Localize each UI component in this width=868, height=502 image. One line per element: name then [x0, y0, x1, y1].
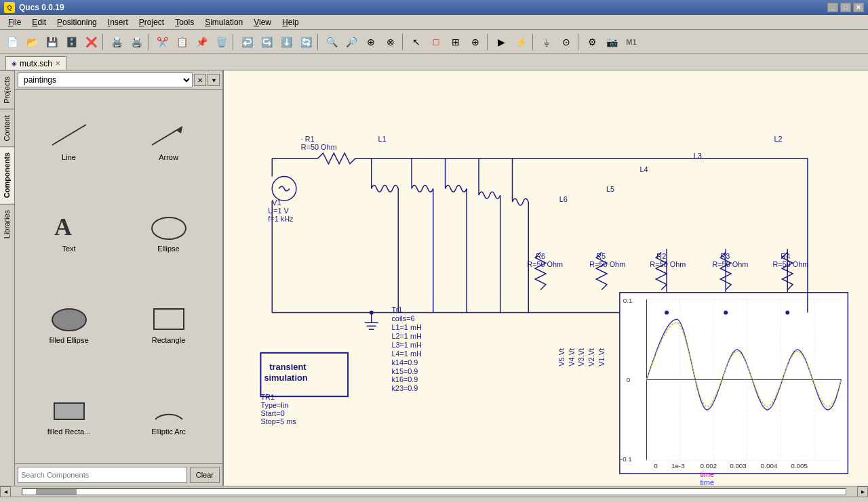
separator-3 [233, 34, 235, 50]
svg-text:0.002: 0.002 [701, 462, 717, 469]
component-ellipse[interactable]: Ellipse [120, 187, 217, 276]
copy-button[interactable]: 📋 [172, 33, 191, 51]
rotate-button[interactable]: 🔄 [296, 33, 315, 51]
align-button[interactable]: ⬇️ [277, 33, 296, 51]
simulate-button[interactable]: ▶ [492, 33, 511, 51]
scrollbar-track[interactable] [22, 488, 846, 495]
component-text[interactable]: A Text [20, 187, 117, 276]
component-line[interactable]: Line [20, 96, 117, 184]
svg-point-5 [52, 309, 86, 331]
scroll-right-button[interactable]: ▸ [857, 486, 868, 497]
svg-text:L5: L5 [606, 185, 614, 193]
cut-button[interactable]: ✂️ [153, 33, 172, 51]
select-button[interactable]: ↖ [407, 33, 426, 51]
tab-libraries[interactable]: Libraries [0, 204, 14, 244]
canvas-area[interactable]: V1 U=1 V f=1 kHz · R1 R=50 Ohm L1 L2 L3 … [224, 70, 868, 486]
close-button[interactable]: ✕ [853, 3, 864, 12]
search-input[interactable] [18, 467, 187, 483]
component-arrow-label: Arrow [159, 153, 178, 161]
zoom-fit-button[interactable]: ⊕ [361, 33, 380, 51]
paste-button[interactable]: 📌 [192, 33, 211, 51]
undo-button[interactable]: ↩️ [237, 33, 256, 51]
separator-7 [532, 34, 535, 50]
pin-button[interactable]: ✕ [194, 74, 206, 86]
svg-text:TR1: TR1 [260, 393, 275, 401]
print-setup-button[interactable]: 🖨️ [107, 33, 126, 51]
sidebar-footer: Clear [15, 463, 222, 486]
left-tabs-panel: Projects Content Components Libraries [0, 70, 15, 486]
component-elliptic-arc[interactable]: Elliptic Arc [120, 369, 217, 458]
menu-help[interactable]: Help [277, 16, 304, 28]
menu-simulation[interactable]: Simulation [199, 16, 248, 28]
svg-point-89 [785, 310, 789, 314]
save-button[interactable]: 💾 [42, 33, 61, 51]
main-area: Projects Content Components Libraries pa… [0, 70, 868, 486]
scrollbar-thumb[interactable] [36, 489, 77, 495]
svg-text:0: 0 [627, 376, 631, 383]
horizontal-scrollbar[interactable]: ◂ ▸ [0, 486, 868, 497]
tab-components[interactable]: Components [0, 146, 14, 203]
svg-text:0.004: 0.004 [761, 462, 778, 469]
settings-button[interactable]: ⚙ [583, 33, 601, 51]
menu-positioning[interactable]: Positioning [52, 16, 102, 28]
dc-button[interactable]: ⚡ [511, 33, 530, 51]
svg-text:L1: L1 [378, 135, 387, 143]
marker-button[interactable]: M1 [622, 33, 641, 51]
component-elliptic-arc-label: Elliptic Arc [151, 427, 186, 436]
redo-button[interactable]: ↪️ [257, 33, 276, 51]
svg-text:A: A [54, 213, 72, 240]
maximize-button[interactable]: □ [840, 3, 851, 12]
export-button[interactable]: 📷 [602, 33, 621, 51]
component-filled-rectangle[interactable]: filled Recta... [20, 369, 117, 458]
separator-4 [317, 34, 320, 50]
menu-project[interactable]: Project [134, 16, 170, 28]
svg-text:R=50 Ohm: R=50 Ohm [527, 260, 563, 268]
minimize-button[interactable]: _ [827, 3, 838, 12]
scroll-left-button[interactable]: ◂ [0, 486, 11, 497]
menu-view[interactable]: View [248, 16, 277, 28]
svg-text:· R1: · R1 [301, 135, 315, 143]
dock-button[interactable]: ▾ [208, 74, 220, 86]
new-button[interactable]: 📄 [3, 33, 22, 51]
component-text-label: Text [62, 245, 75, 253]
ellipse-icon [149, 209, 189, 243]
port-button[interactable]: ⊙ [557, 33, 576, 51]
tab-mutx[interactable]: ◈ mutx.sch ✕ [5, 56, 66, 70]
close-button-tb[interactable]: ❌ [81, 33, 100, 51]
tab-close-button[interactable]: ✕ [55, 60, 60, 67]
open-button[interactable]: 📂 [22, 33, 41, 51]
svg-text:V5.Vt: V5.Vt [557, 348, 566, 367]
menubar: File Edit Positioning Insert Project Too… [0, 15, 868, 30]
tab-content[interactable]: Content [0, 109, 14, 147]
gnd-button[interactable]: ⏚ [537, 33, 556, 51]
component-rectangle[interactable]: Rectangle [120, 278, 217, 367]
text-icon: A [49, 209, 90, 243]
delete-button[interactable]: 🗑️ [212, 33, 231, 51]
component-arrow[interactable]: Arrow [120, 96, 217, 184]
insert-comp-button[interactable]: ⊞ [446, 33, 465, 51]
menu-insert[interactable]: Insert [102, 16, 134, 28]
category-dropdown[interactable]: paintings lumped components sources prob… [18, 72, 193, 87]
svg-text:V2.Vt: V2.Vt [587, 348, 595, 367]
clear-button[interactable]: Clear [190, 467, 220, 483]
print-button[interactable]: 🖨️ [127, 33, 146, 51]
tab-label: mutx.sch [20, 59, 52, 68]
svg-text:k15=0.9: k15=0.9 [391, 367, 418, 375]
save-all-button[interactable]: 🗄️ [62, 33, 81, 51]
svg-rect-7 [54, 403, 84, 419]
menu-file[interactable]: File [3, 16, 26, 28]
zoom-reset-button[interactable]: ⊗ [381, 33, 400, 51]
tab-projects[interactable]: Projects [0, 70, 14, 109]
insert-port-button[interactable]: ⊕ [466, 33, 485, 51]
arrow-icon [149, 118, 189, 152]
menu-edit[interactable]: Edit [26, 16, 52, 28]
tab-icon: ◈ [12, 60, 17, 67]
zoom-in-button[interactable]: 🔍 [322, 33, 341, 51]
separator-2 [148, 34, 151, 50]
component-filled-ellipse[interactable]: filled Ellipse [20, 278, 117, 367]
wire-button[interactable]: □ [427, 33, 446, 51]
zoom-out-button[interactable]: 🔎 [342, 33, 361, 51]
separator-1 [102, 34, 105, 50]
menu-tools[interactable]: Tools [170, 16, 199, 28]
toolbar: 📄 📂 💾 🗄️ ❌ 🖨️ 🖨️ ✂️ 📋 📌 🗑️ ↩️ ↪️ ⬇️ 🔄 🔍 … [0, 30, 868, 54]
